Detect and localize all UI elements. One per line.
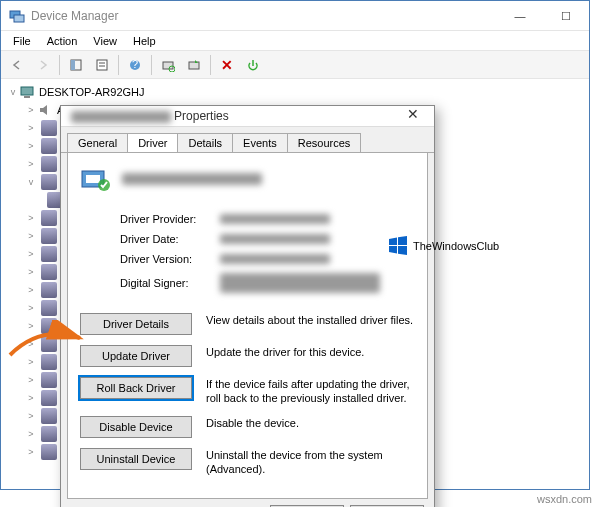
title-bar: Device Manager — ☐ — [1, 1, 589, 31]
device-icon — [41, 138, 57, 154]
menu-file[interactable]: File — [5, 33, 39, 49]
dialog-title: Properties — [174, 109, 229, 123]
expand-icon[interactable]: > — [25, 105, 37, 115]
device-icon — [41, 300, 57, 316]
enable-button[interactable] — [241, 53, 265, 77]
disable-device-button[interactable]: Disable Device — [80, 416, 192, 438]
update-driver-button[interactable] — [182, 53, 206, 77]
computer-icon — [19, 84, 35, 100]
button-desc: View details about the installed driver … — [206, 313, 415, 327]
menu-bar: File Action View Help — [1, 31, 589, 51]
device-icon — [41, 228, 57, 244]
device-icon — [41, 282, 57, 298]
info-value-redacted — [220, 214, 330, 224]
svg-rect-15 — [86, 175, 100, 183]
device-icon — [41, 390, 57, 406]
info-label: Digital Signer: — [120, 277, 220, 289]
uninstall-device-button[interactable]: Uninstall Device — [80, 448, 192, 470]
device-icon — [41, 354, 57, 370]
driver-details-button[interactable]: Driver Details — [80, 313, 192, 335]
device-icon — [41, 336, 57, 352]
properties-dialog: Properties ✕ General Driver Details Even… — [60, 105, 435, 507]
roll-back-driver-button[interactable]: Roll Back Driver — [80, 377, 192, 399]
thewindowsclub-watermark: TheWindowsClub — [387, 235, 499, 257]
device-icon — [41, 372, 57, 388]
update-driver-button[interactable]: Update Driver — [80, 345, 192, 367]
usb-icon — [41, 444, 57, 460]
tab-events[interactable]: Events — [232, 133, 288, 152]
tab-resources[interactable]: Resources — [287, 133, 362, 152]
info-value-redacted — [220, 273, 380, 293]
svg-text:?: ? — [132, 58, 138, 70]
device-icon — [41, 210, 57, 226]
svg-rect-1 — [14, 15, 24, 22]
info-label: Driver Version: — [120, 253, 220, 265]
camera-icon — [41, 120, 57, 136]
button-desc: If the device fails after updating the d… — [206, 377, 415, 406]
device-icon — [41, 246, 57, 262]
expand-icon[interactable]: v — [7, 87, 19, 97]
tab-details[interactable]: Details — [177, 133, 233, 152]
device-icon — [41, 318, 57, 334]
scan-button[interactable] — [156, 53, 180, 77]
properties-button[interactable] — [90, 53, 114, 77]
menu-action[interactable]: Action — [39, 33, 86, 49]
svg-rect-13 — [24, 96, 30, 98]
windows-logo-icon — [387, 235, 409, 257]
toolbar: ? ✕ — [1, 51, 589, 79]
device-icon — [41, 426, 57, 442]
dialog-title-bar[interactable]: Properties ✕ — [61, 106, 434, 127]
uninstall-button[interactable]: ✕ — [215, 53, 239, 77]
driver-info-table: Driver Provider: Driver Date: Driver Ver… — [120, 209, 415, 297]
svg-rect-9 — [163, 62, 173, 69]
help-button[interactable]: ? — [123, 53, 147, 77]
show-hide-button[interactable] — [64, 53, 88, 77]
info-label: Driver Provider: — [120, 213, 220, 225]
menu-help[interactable]: Help — [125, 33, 164, 49]
app-icon — [9, 8, 25, 24]
minimize-button[interactable]: — — [497, 1, 543, 31]
close-button[interactable]: ✕ — [398, 106, 428, 126]
menu-view[interactable]: View — [85, 33, 125, 49]
svg-rect-12 — [21, 87, 33, 95]
watermark-text: TheWindowsClub — [413, 240, 499, 252]
tab-driver[interactable]: Driver — [127, 133, 178, 152]
svg-rect-11 — [189, 62, 199, 69]
button-desc: Update the driver for this device. — [206, 345, 415, 359]
device-icon — [41, 156, 57, 172]
info-value-redacted — [220, 234, 330, 244]
maximize-button[interactable]: ☐ — [543, 1, 589, 31]
info-value-redacted — [220, 254, 330, 264]
button-desc: Disable the device. — [206, 416, 415, 430]
dialog-body: Driver Provider: Driver Date: Driver Ver… — [67, 153, 428, 499]
tree-root-label: DESKTOP-AR92GHJ — [39, 86, 145, 98]
source-watermark: wsxdn.com — [537, 493, 592, 505]
device-name-redacted — [122, 173, 262, 185]
x-icon: ✕ — [221, 57, 233, 73]
tree-root[interactable]: v DESKTOP-AR92GHJ — [3, 83, 587, 101]
device-large-icon — [80, 165, 112, 193]
back-button[interactable] — [5, 53, 29, 77]
tab-bar: General Driver Details Events Resources — [61, 127, 434, 153]
svg-rect-4 — [97, 60, 107, 70]
display-adapter-icon — [41, 174, 57, 190]
forward-button[interactable] — [31, 53, 55, 77]
audio-icon — [37, 102, 53, 118]
tab-general[interactable]: General — [67, 133, 128, 152]
device-icon — [41, 264, 57, 280]
info-label: Driver Date: — [120, 233, 220, 245]
window-title: Device Manager — [31, 9, 118, 23]
button-desc: Uninstall the device from the system (Ad… — [206, 448, 415, 477]
svg-rect-3 — [71, 60, 75, 70]
device-icon — [41, 408, 57, 424]
